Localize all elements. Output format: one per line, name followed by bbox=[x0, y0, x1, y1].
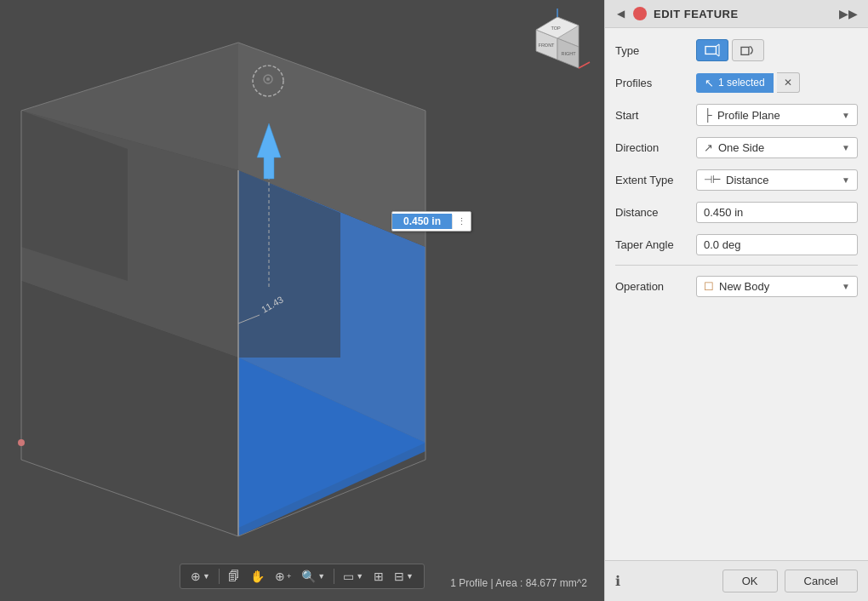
svg-text:RIGHT: RIGHT bbox=[561, 51, 576, 56]
move-button[interactable]: ⊕▼ bbox=[187, 568, 214, 585]
panel-expand-button[interactable]: ▶▶ bbox=[839, 7, 858, 20]
extent-type-icon: ⊣⊢ bbox=[704, 174, 721, 186]
panel-title: EDIT FEATURE bbox=[654, 8, 739, 20]
extent-type-label: Extent Type bbox=[615, 174, 696, 186]
start-row: Start ├ Profile Plane ▼ bbox=[615, 103, 858, 127]
zoom-fit-button[interactable]: 🔍▼ bbox=[298, 568, 328, 585]
operation-icon: ☐ bbox=[704, 280, 714, 293]
svg-line-33 bbox=[579, 62, 590, 68]
cancel-button[interactable]: Cancel bbox=[785, 570, 858, 592]
panel-footer: ℹ OK Cancel bbox=[605, 560, 868, 601]
distance-label: Distance bbox=[615, 206, 696, 219]
type-label: Type bbox=[615, 44, 696, 57]
start-control: ├ Profile Plane ▼ bbox=[696, 104, 858, 126]
type-revolve-button[interactable] bbox=[732, 39, 764, 61]
profiles-count: 1 selected bbox=[718, 77, 765, 89]
direction-icon: ↗ bbox=[704, 141, 713, 154]
direction-row: Direction ↗ One Side ▼ bbox=[615, 135, 858, 159]
panel-body: Type bbox=[605, 28, 868, 560]
svg-point-25 bbox=[18, 439, 25, 446]
panel-divider bbox=[615, 265, 858, 266]
start-select-arrow: ▼ bbox=[842, 111, 850, 120]
toolbar-separator-2 bbox=[334, 569, 334, 584]
start-icon: ├ bbox=[704, 108, 712, 122]
extent-type-value: Distance bbox=[726, 174, 769, 186]
profiles-row: Profiles ↖ 1 selected ✕ bbox=[615, 71, 858, 94]
type-control bbox=[696, 39, 858, 61]
type-row: Type bbox=[615, 38, 858, 62]
direction-select[interactable]: ↗ One Side ▼ bbox=[696, 137, 858, 158]
panel-header: ◀ EDIT FEATURE ▶▶ bbox=[605, 0, 868, 28]
panel-header-left: ◀ EDIT FEATURE bbox=[615, 7, 739, 20]
start-select[interactable]: ├ Profile Plane ▼ bbox=[696, 104, 858, 126]
panel-title-icon bbox=[633, 7, 647, 20]
grid-button[interactable]: ⊞ bbox=[370, 568, 387, 585]
extent-type-select-arrow: ▼ bbox=[842, 175, 850, 185]
taper-angle-label: Taper Angle bbox=[615, 238, 696, 251]
distance-input[interactable] bbox=[696, 202, 858, 223]
start-value: Profile Plane bbox=[717, 109, 780, 122]
extent-type-select-content: ⊣⊢ Distance bbox=[704, 174, 769, 186]
copy-button[interactable]: 🗐 bbox=[225, 568, 243, 585]
zoom-button[interactable]: ⊕+ bbox=[271, 568, 294, 585]
direction-select-content: ↗ One Side bbox=[704, 141, 764, 154]
operation-value: New Body bbox=[719, 280, 769, 293]
edit-feature-panel: ◀ EDIT FEATURE ▶▶ Type bbox=[604, 0, 868, 601]
operation-select-arrow: ▼ bbox=[842, 282, 850, 291]
cursor-icon: ↖ bbox=[705, 77, 714, 89]
distance-control bbox=[696, 202, 858, 223]
profiles-badge-button[interactable]: ↖ 1 selected bbox=[696, 73, 774, 93]
direction-control: ↗ One Side ▼ bbox=[696, 137, 858, 158]
operation-row: Operation ☐ New Body ▼ bbox=[615, 274, 858, 298]
navigation-cube[interactable]: TOP FRONT RIGHT X Z bbox=[523, 9, 591, 77]
direction-value: One Side bbox=[718, 141, 764, 154]
view-button[interactable]: ⊟▼ bbox=[391, 568, 417, 585]
profiles-clear-button[interactable]: ✕ bbox=[777, 72, 800, 93]
type-extrude-button[interactable] bbox=[696, 39, 728, 61]
extent-type-row: Extent Type ⊣⊢ Distance ▼ bbox=[615, 168, 858, 192]
panel-collapse-button[interactable]: ◀ bbox=[615, 8, 626, 20]
dimension-label[interactable]: 0.450 in ⋮ bbox=[391, 211, 471, 232]
toolbar-separator-1 bbox=[219, 569, 220, 584]
distance-row: Distance bbox=[615, 200, 858, 224]
profiles-label: Profiles bbox=[615, 77, 696, 89]
taper-angle-control bbox=[696, 234, 858, 255]
start-label: Start bbox=[615, 109, 696, 122]
status-bar: 1 Profile | Area : 84.677 mm^2 bbox=[450, 577, 587, 589]
operation-label: Operation bbox=[615, 280, 696, 293]
direction-select-arrow: ▼ bbox=[842, 143, 850, 152]
svg-line-42 bbox=[749, 47, 751, 48]
svg-text:FRONT: FRONT bbox=[539, 43, 556, 48]
operation-control: ☐ New Body ▼ bbox=[696, 276, 858, 297]
taper-angle-row: Taper Angle bbox=[615, 232, 858, 256]
pan-button[interactable]: ✋ bbox=[247, 568, 268, 585]
dimension-menu-button[interactable]: ⋮ bbox=[452, 215, 471, 229]
svg-rect-41 bbox=[741, 47, 749, 54]
operation-select-content: ☐ New Body bbox=[704, 280, 769, 293]
svg-point-22 bbox=[266, 77, 270, 81]
viewport-toolbar[interactable]: ⊕▼ 🗐 ✋ ⊕+ 🔍▼ ▭▼ ⊞ ⊟▼ bbox=[180, 564, 425, 589]
start-select-content: ├ Profile Plane bbox=[704, 108, 780, 122]
dimension-input[interactable]: 0.450 in bbox=[392, 214, 452, 229]
profiles-control: ↖ 1 selected ✕ bbox=[696, 72, 858, 93]
svg-text:TOP: TOP bbox=[551, 26, 561, 31]
operation-select[interactable]: ☐ New Body ▼ bbox=[696, 276, 858, 297]
svg-rect-37 bbox=[705, 47, 716, 54]
display-button[interactable]: ▭▼ bbox=[340, 568, 367, 585]
direction-label: Direction bbox=[615, 141, 696, 154]
extent-type-select[interactable]: ⊣⊢ Distance ▼ bbox=[696, 169, 858, 191]
taper-angle-input[interactable] bbox=[696, 234, 858, 255]
info-button[interactable]: ℹ bbox=[615, 573, 620, 589]
ok-button[interactable]: OK bbox=[722, 570, 778, 592]
extent-type-control: ⊣⊢ Distance ▼ bbox=[696, 169, 858, 191]
3d-viewport[interactable]: 11.43 0.450 in ⋮ bbox=[0, 0, 604, 601]
3d-shape: 11.43 bbox=[0, 0, 604, 601]
